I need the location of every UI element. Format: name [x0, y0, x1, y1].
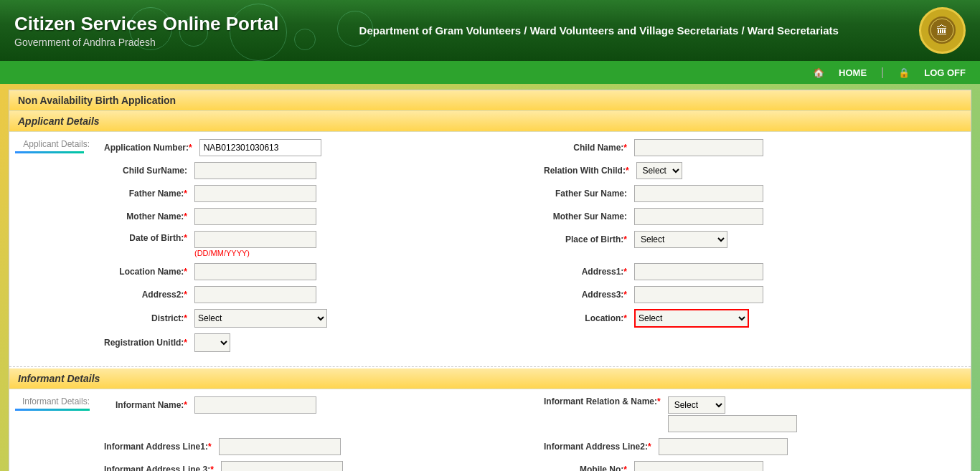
gov-logo: 🏛 [919, 7, 966, 54]
reg-unit-col: Registration UnitId:* [104, 333, 962, 352]
informant-relation-label: Informant Relation & Name:* [544, 396, 664, 406]
dob-label: Date of Birth:* [104, 231, 190, 243]
informant-addr1-input[interactable] [219, 438, 341, 455]
navigation-bar: 🏠 HOME | 🔒 LOG OFF [0, 61, 980, 84]
department-name: Department of Gram Volunteers / Ward Vol… [278, 24, 919, 37]
mother-name-input[interactable] [194, 208, 316, 225]
informant-addr3-input[interactable] [221, 461, 343, 471]
location-select[interactable]: Select [634, 309, 749, 328]
district-label: District:* [104, 313, 190, 323]
mother-name-col: Mother Name:* [104, 208, 522, 225]
application-number-label: Application Number:* [104, 143, 195, 153]
informant-addr2-label: Informant Address Line2:* [544, 442, 654, 452]
mobile-input[interactable] [634, 461, 763, 471]
address3-input[interactable] [634, 286, 763, 303]
applicant-details-area: Applicant Details: Application Number:* … [9, 132, 971, 365]
place-of-birth-col: Place of Birth:* Select [522, 231, 962, 248]
informant-addr2-col: Informant Address Line2:* [522, 438, 962, 455]
informant-form: Informant Name:* Informant Relation & Na… [95, 389, 971, 471]
main-content: Non Availability Birth Application Appli… [9, 90, 971, 471]
location-name-input[interactable] [194, 263, 316, 280]
child-surname-input[interactable] [194, 162, 316, 179]
child-name-label: Child Name:* [544, 143, 630, 153]
svg-text:🏛: 🏛 [936, 24, 948, 37]
header-branding: Citizen Services Online Portal Governmen… [14, 13, 278, 48]
district-select[interactable]: Select [194, 309, 327, 328]
informant-section-title: Informant Details [9, 368, 971, 389]
form-row-8: District:* Select Location:* Select [104, 309, 962, 328]
father-name-label: Father Name:* [104, 189, 190, 199]
reg-unit-select[interactable] [194, 333, 230, 352]
informant-name-input[interactable] [194, 396, 316, 414]
app-number-col: Application Number:* [104, 139, 522, 156]
home-link[interactable]: HOME [839, 67, 867, 78]
father-name-col: Father Name:* [104, 185, 522, 202]
place-of-birth-select[interactable]: Select [634, 231, 727, 248]
address1-label: Address1:* [544, 267, 630, 277]
informant-row-2: Informant Address Line1:* Informant Addr… [104, 438, 962, 455]
applicant-side-label: Applicant Details: [15, 139, 90, 149]
applicant-form: Application Number:* Child Name:* Child … [95, 132, 971, 365]
portal-title: Citizen Services Online Portal [14, 13, 278, 35]
lock-icon: 🔒 [898, 67, 910, 78]
page-header: Citizen Services Online Portal Governmen… [0, 0, 980, 61]
informant-row-3: Informant Address Line 3:* Mobile No:* [104, 461, 962, 471]
mother-surname-col: Mother Sur Name: [522, 208, 962, 225]
form-row-7: Address2:* Address3:* [104, 286, 962, 303]
dob-col: Date of Birth:* (DD/MM/YYYY) [104, 231, 522, 257]
form-row-5: Date of Birth:* (DD/MM/YYYY) Place of Bi… [104, 231, 962, 257]
applicant-section-title: Applicant Details [9, 111, 971, 132]
address2-input[interactable] [194, 286, 316, 303]
address3-label: Address3:* [544, 290, 630, 300]
informant-addr2-input[interactable] [659, 438, 788, 455]
informant-details-area: Informant Details: Informant Name:* Info… [9, 389, 971, 471]
informant-addr3-label: Informant Address Line 3:* [104, 465, 217, 471]
relation-label: Relation With Child:* [544, 166, 632, 176]
child-name-col: Child Name:* [522, 139, 962, 156]
informant-side-label: Informant Details: [15, 396, 90, 406]
location-col: Location:* Select [522, 309, 962, 328]
mother-surname-input[interactable] [634, 208, 763, 225]
page-section-title: Non Availability Birth Application [9, 90, 971, 111]
informant-addr1-label: Informant Address Line1:* [104, 442, 215, 452]
application-number-input[interactable] [199, 139, 321, 156]
form-row-2: Child SurName: Relation With Child:* Sel… [104, 162, 962, 179]
mobile-label: Mobile No:* [544, 465, 630, 471]
relation-select[interactable]: Select [636, 162, 682, 179]
father-surname-label: Father Sur Name: [544, 189, 630, 199]
father-surname-input[interactable] [634, 185, 763, 202]
form-row-4: Mother Name:* Mother Sur Name: [104, 208, 962, 225]
district-col: District:* Select [104, 309, 522, 328]
home-icon: 🏠 [813, 67, 824, 78]
informant-relation-select[interactable]: Select [668, 396, 725, 414]
informant-relation-name-input[interactable] [668, 415, 797, 432]
location-label: Location:* [544, 313, 630, 323]
father-surname-col: Father Sur Name: [522, 185, 962, 202]
child-surname-col: Child SurName: [104, 162, 522, 179]
form-row-1: Application Number:* Child Name:* [104, 139, 962, 156]
address3-col: Address3:* [522, 286, 962, 303]
address1-col: Address1:* [522, 263, 962, 280]
reg-unit-label: Registration UnitId:* [104, 338, 190, 348]
father-name-input[interactable] [194, 185, 316, 202]
place-of-birth-label: Place of Birth:* [544, 234, 630, 244]
address1-input[interactable] [634, 263, 763, 280]
mother-name-label: Mother Name:* [104, 211, 190, 222]
dob-input[interactable] [194, 231, 316, 248]
location-name-label: Location Name:* [104, 267, 190, 277]
mobile-col: Mobile No:* [522, 461, 962, 471]
informant-name-label: Informant Name:* [104, 400, 190, 410]
informant-relation-col: Informant Relation & Name:* Select [522, 396, 962, 432]
child-name-input[interactable] [634, 139, 763, 156]
address2-label: Address2:* [104, 290, 190, 300]
location-name-col: Location Name:* [104, 263, 522, 280]
informant-row-1: Informant Name:* Informant Relation & Na… [104, 396, 962, 432]
mother-surname-label: Mother Sur Name: [544, 211, 630, 222]
date-hint: (DD/MM/YYYY) [194, 249, 316, 257]
relation-col: Relation With Child:* Select [522, 162, 962, 179]
logoff-link[interactable]: LOG OFF [924, 67, 966, 78]
child-surname-label: Child SurName: [104, 166, 190, 176]
informant-addr1-col: Informant Address Line1:* [104, 438, 522, 455]
nav-divider: | [881, 66, 884, 79]
address2-col: Address2:* [104, 286, 522, 303]
